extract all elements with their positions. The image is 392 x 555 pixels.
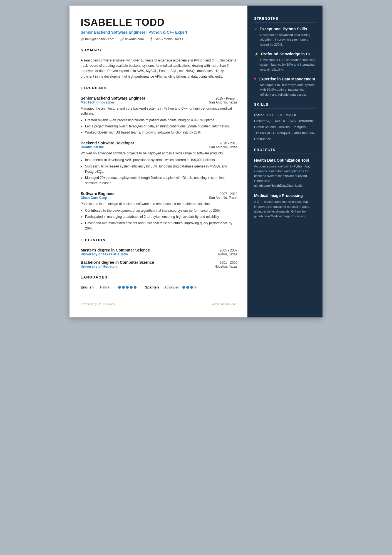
job-sub-1: MedTech Innovation San Antonio, Texas: [81, 100, 237, 104]
resume-header: ISABELLE TODD Senior Backend Software En…: [81, 17, 237, 41]
edu-header-2: Bachelor's degree in Computer Science 20…: [81, 260, 237, 265]
skills-section: SKILLS Python · C++ · SQL · MySQL · Post…: [254, 103, 316, 142]
location-text: San Antonio, Texas: [155, 37, 183, 41]
job-entry-2: Backend Software Developer 2010 - 2015 H…: [81, 141, 237, 186]
brand-name: Enhancv: [103, 302, 115, 306]
job-header-2: Backend Software Developer 2010 - 2015: [81, 141, 237, 145]
brand-icon: ∞: [98, 302, 101, 306]
summary-header: SUMMARY: [81, 48, 237, 52]
project-title-2: Medical Image Processing: [254, 193, 316, 198]
strength-title-2: Profound Knowledge in C++: [261, 51, 313, 56]
job-dates-1: 2015 - Present: [215, 97, 237, 100]
heart-icon: ♥: [254, 77, 256, 81]
edu-degree-1: Master's degree in Computer Science: [81, 248, 150, 252]
job-dates-2: 2010 - 2015: [220, 141, 237, 145]
bullet-3-1: Contributed to the development of an alg…: [85, 208, 237, 213]
job-company-2: HealthSoft Inc: [81, 145, 104, 149]
edu-loc-1: Austin, Texas: [218, 252, 237, 256]
email-icon: @: [81, 37, 84, 41]
languages-divider: [81, 281, 237, 281]
dot: [130, 286, 133, 289]
experience-section: EXPERIENCE Senior Backend Software Engin…: [81, 86, 237, 231]
skills-divider: [254, 108, 316, 108]
bullet-3-2: Participated in managing a database of 2…: [85, 214, 237, 219]
lang-level-english: Native: [100, 285, 115, 289]
dot: [134, 286, 137, 289]
job-sub-2: HealthSoft Inc San Antonio, Texas: [81, 145, 237, 149]
location-item: 📍 San Antonio, Texas: [149, 37, 183, 41]
job-title-1: Senior Backend Software Engineer: [81, 96, 145, 100]
email-text: help@enhancv.com: [85, 37, 114, 41]
dot: [194, 286, 197, 289]
bullet-1-3: Worked closely with US based teams, impr…: [85, 130, 237, 135]
lang-name-spanish: Spanish: [145, 285, 162, 289]
footer-brand: Powered by ∞ Enhancv: [81, 302, 115, 306]
edu-entry-2: Bachelor's degree in Computer Science 20…: [81, 260, 237, 268]
edu-entry-1: Master's degree in Computer Science 2005…: [81, 248, 237, 256]
summary-text: A seasoned software engineer with over 1…: [81, 58, 237, 79]
job-bullets-1: Created reliable APIs processing billion…: [81, 118, 237, 135]
job-entry-3: Software Engineer 2007 - 2010 CloudCare …: [81, 191, 237, 231]
skills-header: SKILLS: [254, 103, 316, 107]
summary-divider: [81, 54, 237, 54]
job-dates-3: 2007 - 2010: [220, 192, 237, 196]
strength-desc-3: Managed a multi-terabyte data system, wi…: [254, 83, 316, 97]
resume-wrapper: ISABELLE TODD Senior Backend Software En…: [70, 6, 322, 317]
person-name: ISABELLE TODD: [81, 17, 237, 28]
footer-website: www.enhancv.com: [212, 302, 237, 306]
education-divider: [81, 244, 237, 244]
summary-section: SUMMARY A seasoned software engineer wit…: [81, 48, 237, 79]
bullet-1-2: Led a project handling over 5 terabytes …: [85, 124, 237, 129]
dot: [118, 286, 121, 289]
dot: [186, 286, 189, 289]
project-title-1: Health Data Optimization Tool: [254, 158, 316, 163]
bullet-3-3: Developed and maintained efficient and f…: [85, 221, 237, 231]
projects-section: PROJECTS Health Data Optimization Tool A…: [254, 148, 316, 219]
strength-header-1: ✔ Exceptional Python Skills: [254, 26, 316, 31]
right-column: STRENGTHS ✔ Exceptional Python Skills De…: [247, 6, 322, 317]
strengths-header: STRENGTHS: [254, 17, 316, 21]
strength-3: ♥ Expertise in Data Management Managed a…: [254, 77, 316, 97]
job-title-2: Backend Software Developer: [81, 141, 134, 145]
project-1: Health Data Optimization Tool An open so…: [254, 158, 316, 188]
job-company-1: MedTech Innovation: [81, 100, 114, 104]
languages-header: LANGUAGES: [81, 275, 237, 279]
strength-desc-2: Developed a C++ application, reducing sy…: [254, 58, 316, 72]
linkedin-icon: 🔗: [120, 37, 124, 41]
email-item: @ help@enhancv.com: [81, 37, 115, 41]
edu-sub-1: University of Texas at Austin Austin, Te…: [81, 252, 237, 256]
strengths-divider: [254, 22, 316, 23]
job-entry-1: Senior Backend Software Engineer 2015 - …: [81, 96, 237, 135]
lang-english: English Native: [81, 285, 137, 289]
linkedin-item: 🔗 linkedin.com: [120, 37, 144, 41]
contact-line: @ help@enhancv.com 🔗 linkedin.com 📍 San …: [81, 37, 237, 41]
project-desc-2: A C++ based open source project that imp…: [254, 199, 316, 219]
dot: [122, 286, 125, 289]
skills-text: Python · C++ · SQL · MySQL · PostgreSQL …: [254, 112, 316, 142]
left-column: ISABELLE TODD Senior Backend Software En…: [70, 6, 247, 317]
job-company-3: CloudCare Corp: [81, 196, 107, 200]
strength-2: ⚡ Profound Knowledge in C++ Developed a …: [254, 51, 316, 72]
strength-title-1: Exceptional Python Skills: [260, 26, 307, 31]
strength-title-3: Expertise in Data Management: [259, 77, 315, 82]
job-bullets-3: Contributed to the development of an alg…: [81, 208, 237, 231]
languages-grid: English Native Spanish Advanced: [81, 285, 237, 289]
strength-header-3: ♥ Expertise in Data Management: [254, 77, 316, 82]
job-bullets-2: Instrumental in developing AWS provision…: [81, 157, 237, 186]
job-location-1: San Antonio, Texas: [209, 100, 237, 104]
edu-school-2: University of Houston: [81, 265, 117, 268]
bullet-2-3: Managed 20+ product deployments through …: [85, 175, 237, 186]
experience-divider: [81, 92, 237, 92]
edu-header-1: Master's degree in Computer Science 2005…: [81, 248, 237, 252]
project-desc-1: An open source tool built in Python that…: [254, 164, 316, 188]
dot: [190, 286, 193, 289]
lang-level-spanish: Advanced: [164, 285, 180, 289]
strength-desc-1: Designed an advanced data mining algorit…: [254, 33, 316, 47]
education-section: EDUCATION Master's degree in Computer Sc…: [81, 238, 237, 268]
strengths-section: STRENGTHS ✔ Exceptional Python Skills De…: [254, 17, 316, 97]
edu-degree-2: Bachelor's degree in Computer Science: [81, 260, 154, 265]
lang-dots-english: [118, 286, 137, 289]
dot: [182, 286, 185, 289]
edu-loc-2: Houston, Texas: [215, 265, 238, 268]
lang-spanish: Spanish Advanced: [145, 285, 197, 289]
